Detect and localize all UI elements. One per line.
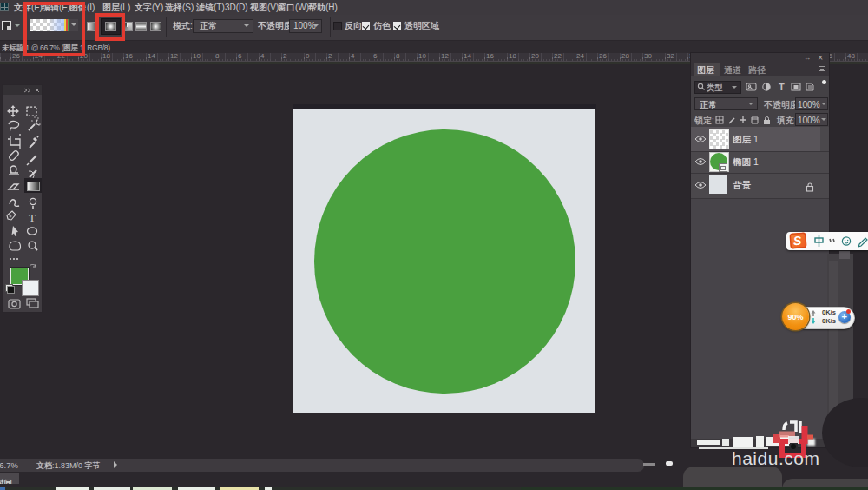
svg-text:T: T [779,82,785,92]
svg-text:T: T [29,211,36,224]
